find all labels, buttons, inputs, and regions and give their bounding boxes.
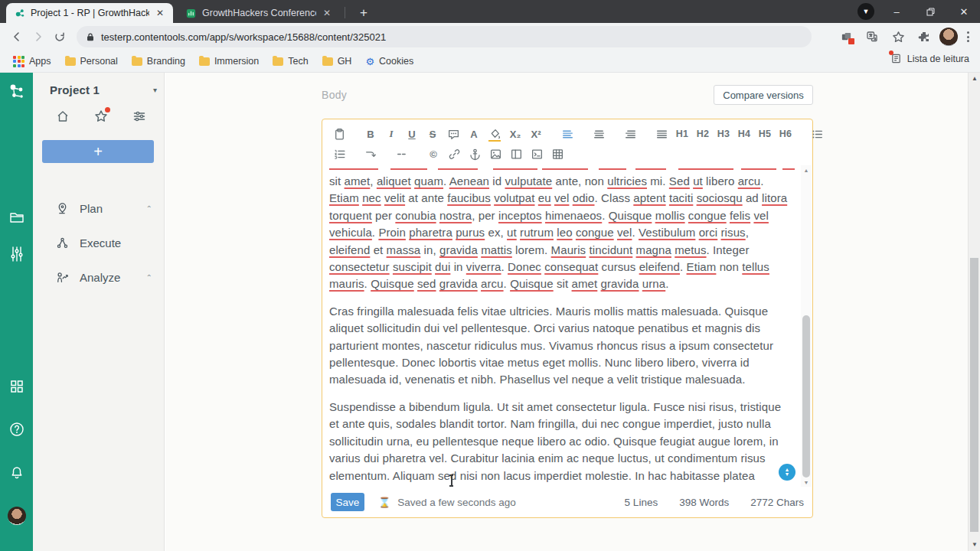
h2-button[interactable]: H2 (694, 125, 712, 143)
misspelled-word[interactable]: nostra (439, 209, 472, 222)
bookmark-cookies[interactable]: ⚙ Cookies (360, 54, 419, 70)
notifications-bell-icon[interactable] (0, 465, 33, 481)
misspelled-word[interactable]: Quisque (371, 277, 414, 290)
misspelled-word[interactable]: Proin (378, 226, 406, 239)
editor-paragraph[interactable]: Cras fringilla malesuada felis vitae ult… (329, 303, 792, 389)
misspelled-word[interactable]: faucibus (447, 191, 491, 204)
misspelled-word[interactable]: vel (753, 209, 768, 222)
minimize-button[interactable]: – (880, 0, 913, 23)
apps-grid-icon[interactable] (0, 379, 33, 394)
misspelled-word[interactable]: Quisque (609, 209, 652, 222)
projects-folder-icon[interactable] (0, 209, 33, 226)
tab-project-1[interactable]: Project 1 - RP | GrowthHack ✕ (6, 3, 173, 23)
misspelled-word[interactable]: nec (362, 191, 381, 204)
misspelled-word[interactable]: torquent (329, 209, 372, 222)
misspelled-word[interactable]: gravida (439, 243, 478, 256)
misspelled-word[interactable]: congue (688, 209, 727, 222)
misspelled-word[interactable]: aptent (633, 191, 665, 204)
misspelled-word[interactable]: gravida (439, 277, 478, 290)
misspelled-word[interactable]: amet (345, 174, 371, 187)
misspelled-word[interactable]: consectetur (329, 260, 390, 273)
misspelled-word[interactable]: arcu (481, 277, 504, 290)
compare-versions-button[interactable]: Compare versions (714, 85, 813, 105)
h3-button[interactable]: H3 (714, 125, 733, 143)
reload-icon[interactable] (49, 26, 70, 47)
misspelled-word[interactable]: suscipit (393, 260, 432, 273)
editor-scrollbar[interactable]: ▲ ▼ (801, 165, 812, 487)
misspelled-word[interactable]: vehicula (329, 226, 372, 239)
misspelled-word[interactable]: mollis (655, 209, 685, 222)
italic-button[interactable]: I (382, 125, 400, 143)
misspelled-word[interactable]: metus (675, 243, 706, 256)
underline-button[interactable]: U (403, 125, 421, 143)
sidebar-item-analyze[interactable]: Analyze⌃ (33, 264, 165, 290)
bookmark-star-icon[interactable] (887, 26, 909, 47)
user-avatar[interactable] (8, 507, 26, 525)
bookmark-folder-tech[interactable]: Tech (267, 54, 313, 69)
forward-icon[interactable] (28, 26, 49, 47)
paste-icon[interactable] (330, 125, 348, 143)
misspelled-word[interactable]: magna (636, 243, 671, 256)
misspelled-word[interactable]: pharetra (409, 226, 452, 239)
misspelled-word[interactable]: Donec (508, 260, 541, 273)
misspelled-word[interactable]: risus (721, 226, 746, 239)
misspelled-word[interactable]: tellus (742, 260, 769, 273)
strikethrough-button[interactable]: S (423, 125, 442, 143)
scroll-down-icon[interactable]: ▼ (969, 539, 980, 549)
editor-paragraph[interactable]: Suspendisse a bibendum ligula. Ut sit am… (329, 399, 792, 487)
filter-sliders-icon[interactable] (132, 109, 146, 123)
anchor-icon[interactable] (466, 145, 484, 163)
editor-text-area[interactable]: sit amet, aliquet quam. Aenean id vulput… (322, 165, 802, 487)
misspelled-word[interactable]: leo (557, 226, 572, 239)
misspelled-word[interactable]: rutrum (520, 226, 554, 239)
misspelled-word[interactable]: mauris (329, 277, 364, 290)
scrollbar-thumb[interactable] (970, 258, 978, 532)
tab-growthhackers-conference[interactable]: GrowthHackers Conference ✕ (178, 3, 340, 23)
misspelled-word[interactable]: viverra (466, 260, 501, 273)
misspelled-word[interactable]: velit (384, 191, 405, 204)
translate-icon[interactable] (861, 26, 883, 47)
code-block-icon[interactable] (528, 145, 546, 163)
misspelled-word[interactable]: conubia (395, 209, 436, 222)
tab-close-icon[interactable]: ✕ (322, 8, 332, 18)
media-controls-icon[interactable]: ▼ (858, 3, 874, 20)
horizontal-rule-icon[interactable] (393, 145, 411, 163)
editor-paragraph[interactable]: sit amet, aliquet quam. Aenean id vulput… (329, 173, 792, 293)
misspelled-word[interactable]: vel (554, 191, 569, 204)
misspelled-word[interactable]: Quisque (510, 277, 554, 290)
columns-icon[interactable] (507, 145, 525, 163)
comment-icon[interactable] (444, 125, 462, 143)
favorites-star-icon[interactable] (94, 109, 108, 123)
misspelled-word[interactable]: Etiam (687, 260, 717, 273)
misspelled-word[interactable]: eleifend (639, 260, 680, 273)
apps-shortcut[interactable]: Apps (8, 54, 57, 70)
font-color-button[interactable]: A (465, 125, 483, 143)
misspelled-word[interactable]: massa (387, 243, 421, 256)
scroll-down-icon[interactable]: ▼ (801, 478, 812, 487)
justify-button[interactable] (652, 125, 671, 143)
save-button[interactable]: Save (331, 493, 364, 511)
misspelled-word[interactable]: ut (507, 226, 517, 239)
misspelled-word[interactable]: inceptos (498, 209, 542, 222)
misspelled-word[interactable]: gravida (601, 277, 639, 290)
back-icon[interactable] (6, 26, 28, 47)
align-center-button[interactable] (590, 125, 608, 143)
misspelled-word[interactable]: sociosqu (697, 191, 743, 204)
misspelled-word[interactable]: felis (730, 209, 750, 222)
bullet-list-icon[interactable] (808, 125, 826, 143)
page-scrollbar[interactable]: ▲ ▼ (968, 73, 980, 551)
fill-color-icon[interactable] (485, 125, 504, 143)
scrollbar-thumb[interactable] (802, 315, 810, 478)
restore-button[interactable] (914, 0, 946, 23)
misspelled-word[interactable]: quam (414, 174, 443, 187)
table-icon[interactable] (548, 145, 567, 163)
misspelled-word[interactable]: consequat (544, 260, 598, 273)
image-icon[interactable] (486, 145, 505, 163)
project-selector[interactable]: Project 1 ▾ (50, 83, 157, 96)
settings-sliders-icon[interactable] (0, 246, 33, 262)
misspelled-word[interactable]: sed (417, 277, 436, 290)
align-right-button[interactable] (621, 125, 639, 143)
align-left-button[interactable] (558, 125, 577, 143)
help-icon[interactable] (0, 421, 33, 438)
scroll-widget-button[interactable]: ▲ ▼ (779, 464, 795, 481)
